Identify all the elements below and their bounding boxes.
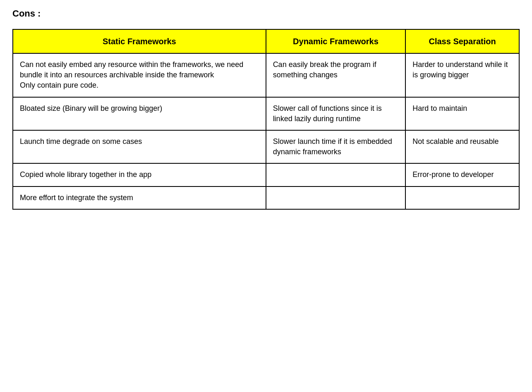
table-row: Copied whole library together in the app… [13, 163, 519, 186]
table-row: Can not easily embed any resource within… [13, 53, 519, 97]
table-cell: Hard to maintain [405, 97, 519, 130]
table-cell: Harder to understand while it is growing… [405, 53, 519, 97]
table-cell: More effort to integrate the system [13, 186, 266, 209]
table-cell: Slower launch time if it is embedded dyn… [266, 130, 406, 163]
table-row: More effort to integrate the system [13, 186, 519, 209]
table-cell: Error-prone to developer [405, 163, 519, 186]
table-cell [266, 186, 406, 209]
table-cell: Copied whole library together in the app [13, 163, 266, 186]
page-title: Cons : [12, 8, 520, 19]
table-row: Bloated size (Binary will be growing big… [13, 97, 519, 130]
table-cell: Launch time degrade on some cases [13, 130, 266, 163]
header-dynamic-frameworks: Dynamic Frameworks [266, 29, 406, 53]
table-header-row: Static Frameworks Dynamic Frameworks Cla… [13, 29, 519, 53]
header-class-separation: Class Separation [405, 29, 519, 53]
table-cell [266, 163, 406, 186]
table-cell: Slower call of functions since it is lin… [266, 97, 406, 130]
table-cell: Can not easily embed any resource within… [13, 53, 266, 97]
table-row: Launch time degrade on some casesSlower … [13, 130, 519, 163]
table-cell: Not scalable and reusable [405, 130, 519, 163]
table-cell: Bloated size (Binary will be growing big… [13, 97, 266, 130]
cons-table: Static Frameworks Dynamic Frameworks Cla… [12, 29, 520, 210]
table-cell [405, 186, 519, 209]
table-cell: Can easily break the program if somethin… [266, 53, 406, 97]
header-static-frameworks: Static Frameworks [13, 29, 266, 53]
